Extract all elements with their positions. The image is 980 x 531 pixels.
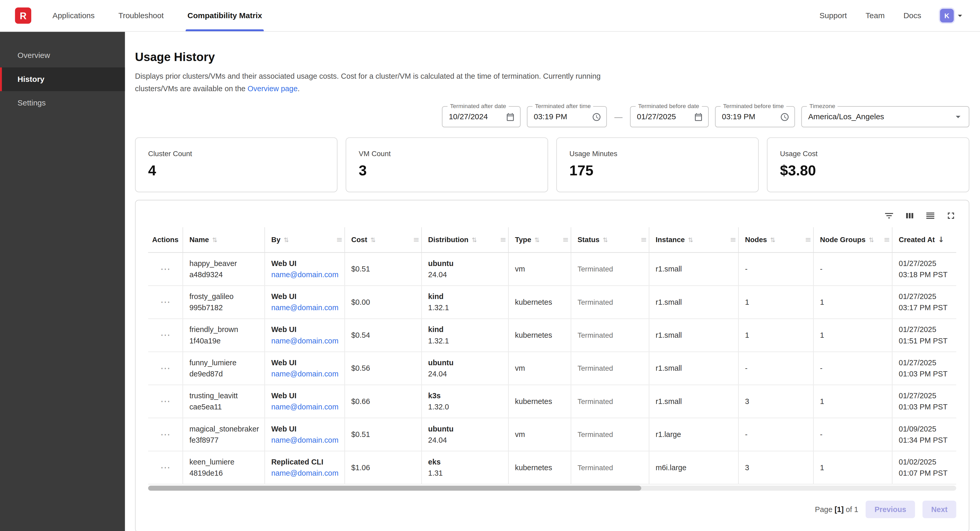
column-menu-icon[interactable]: ≡	[730, 235, 736, 244]
by-cell: Web UI name@domain.com	[265, 253, 345, 285]
account-menu[interactable]: K	[940, 9, 965, 22]
created-at-cell: 01/27/2025 01:03 PM PST	[892, 385, 956, 418]
column-header-by[interactable]: By⇅≡	[265, 227, 345, 252]
sort-icon[interactable]: ⇅	[869, 236, 874, 243]
filter-icon[interactable]	[884, 210, 894, 221]
columns-icon[interactable]	[904, 210, 915, 221]
row-actions-button[interactable]: ⋯	[160, 365, 170, 371]
row-actions-button[interactable]: ⋯	[160, 266, 170, 272]
terminated-after-time-input[interactable]: Terminated after time 03:19 PM	[527, 106, 607, 128]
distribution-name: kind	[428, 324, 502, 335]
overview-page-link[interactable]: Overview page	[248, 84, 298, 93]
column-header-name[interactable]: Name⇅	[183, 227, 265, 252]
actions-cell: ⋯	[148, 385, 183, 418]
sidebar-item-overview[interactable]: Overview	[0, 44, 125, 67]
created-by-email-link[interactable]: name@domain.com	[271, 335, 338, 346]
table-row: ⋯ friendly_brown 1f40a19e Web UI name@do…	[148, 319, 956, 352]
sort-icon[interactable]: ⇅	[371, 236, 375, 243]
created-time: 03:17 PM PST	[899, 302, 950, 313]
nav-item-compatibility-matrix[interactable]: Compatibility Matrix	[188, 0, 262, 31]
replicated-logo[interactable]: R	[15, 8, 31, 24]
sort-icon[interactable]: ⇅	[471, 236, 477, 243]
sidebar-item-settings[interactable]: Settings	[0, 91, 125, 115]
horizontal-scrollbar[interactable]	[148, 486, 956, 491]
next-page-button[interactable]: Next	[923, 501, 956, 518]
stat-card-vm-count: VM Count 3	[346, 138, 548, 192]
column-header-status[interactable]: Status⇅≡	[571, 227, 649, 252]
row-actions-button[interactable]: ⋯	[160, 398, 170, 404]
actions-cell: ⋯	[148, 286, 183, 319]
nav-item-applications[interactable]: Applications	[52, 0, 95, 31]
sort-desc-icon[interactable]: ↓	[938, 235, 944, 244]
created-by-email-link[interactable]: name@domain.com	[271, 401, 338, 412]
created-by-email-link[interactable]: name@domain.com	[271, 434, 338, 446]
field-label: Terminated after time	[532, 102, 593, 109]
cluster-id: de9ed87d	[189, 368, 258, 380]
terminated-before-date-input[interactable]: Terminated before date 01/27/2025	[630, 106, 709, 128]
sort-icon[interactable]: ⇅	[283, 236, 289, 243]
distribution-version: 1.32.1	[428, 302, 502, 313]
created-date: 01/27/2025	[899, 291, 950, 302]
cluster-name: magical_stonebraker	[189, 423, 258, 434]
cluster-id: 995b7182	[189, 302, 258, 313]
column-header-type[interactable]: Type⇅≡	[509, 227, 571, 252]
sidebar-item-history[interactable]: History	[0, 68, 125, 91]
type-cell: kubernetes	[509, 385, 571, 418]
sort-icon[interactable]: ⇅	[688, 236, 693, 243]
sort-icon[interactable]: ⇅	[535, 236, 540, 243]
status-badge: Terminated	[578, 296, 643, 308]
created-by-email-link[interactable]: name@domain.com	[271, 468, 338, 479]
column-menu-icon[interactable]: ≡	[805, 235, 811, 244]
calendar-icon[interactable]	[501, 112, 515, 121]
cluster-id: fe3f8977	[189, 434, 258, 446]
created-by-email-link[interactable]: name@domain.com	[271, 368, 338, 380]
sort-icon[interactable]: ⇅	[770, 236, 775, 243]
created-at-cell: 01/27/2025 03:17 PM PST	[892, 286, 956, 319]
instance-cell: m6i.large	[649, 451, 739, 484]
previous-page-button[interactable]: Previous	[866, 501, 915, 518]
avatar[interactable]: K	[940, 9, 954, 22]
column-menu-icon[interactable]: ≡	[500, 235, 506, 244]
column-header-created-at[interactable]: Created At↓	[892, 227, 956, 252]
status-cell: Terminated	[571, 385, 649, 418]
stat-card-usage-minutes: Usage Minutes 175	[556, 138, 759, 192]
created-date: 01/27/2025	[899, 390, 950, 401]
column-menu-icon[interactable]: ≡	[413, 235, 419, 244]
created-by-email-link[interactable]: name@domain.com	[271, 269, 338, 280]
field-value: America/Los_Angeles	[808, 113, 884, 121]
distribution-name: ubuntu	[428, 258, 502, 269]
column-menu-icon[interactable]: ≡	[563, 235, 569, 244]
row-actions-button[interactable]: ⋯	[160, 464, 170, 471]
row-actions-button[interactable]: ⋯	[160, 299, 170, 305]
clock-icon[interactable]	[775, 112, 789, 121]
cluster-id: 4819de16	[189, 468, 258, 479]
nav-item-support[interactable]: Support	[819, 11, 847, 20]
column-menu-icon[interactable]: ≡	[641, 235, 647, 244]
scrollbar-thumb[interactable]	[148, 486, 641, 491]
created-by-email-link[interactable]: name@domain.com	[271, 302, 338, 313]
nav-item-docs[interactable]: Docs	[904, 11, 921, 20]
fullscreen-icon[interactable]	[946, 210, 956, 221]
terminated-after-date-input[interactable]: Terminated after date 10/27/2024	[442, 106, 521, 128]
column-header-cost[interactable]: Cost⇅≡	[345, 227, 422, 252]
calendar-icon[interactable]	[689, 112, 703, 121]
column-menu-icon[interactable]: ≡	[884, 235, 890, 244]
sort-icon[interactable]: ⇅	[603, 236, 608, 243]
column-menu-icon[interactable]: ≡	[336, 235, 342, 244]
stat-value: 175	[570, 162, 746, 179]
dropdown-arrow-icon[interactable]	[948, 111, 964, 122]
clock-icon[interactable]	[587, 112, 601, 121]
density-icon[interactable]	[925, 210, 936, 221]
timezone-select[interactable]: Timezone America/Los_Angeles	[801, 106, 969, 128]
name-cell: funny_lumiere de9ed87d	[183, 352, 265, 385]
column-header-distribution[interactable]: Distribution⇅≡	[422, 227, 509, 252]
row-actions-button[interactable]: ⋯	[160, 431, 170, 438]
nav-item-troubleshoot[interactable]: Troubleshoot	[118, 0, 164, 31]
column-header-instance[interactable]: Instance⇅≡	[649, 227, 739, 252]
row-actions-button[interactable]: ⋯	[160, 332, 170, 338]
column-header-nodes[interactable]: Nodes⇅≡	[739, 227, 813, 252]
nav-item-team[interactable]: Team	[865, 11, 885, 20]
terminated-before-time-input[interactable]: Terminated before time 03:19 PM	[715, 106, 795, 128]
column-header-node-groups[interactable]: Node Groups⇅≡	[814, 227, 892, 252]
sort-icon[interactable]: ⇅	[212, 236, 217, 243]
